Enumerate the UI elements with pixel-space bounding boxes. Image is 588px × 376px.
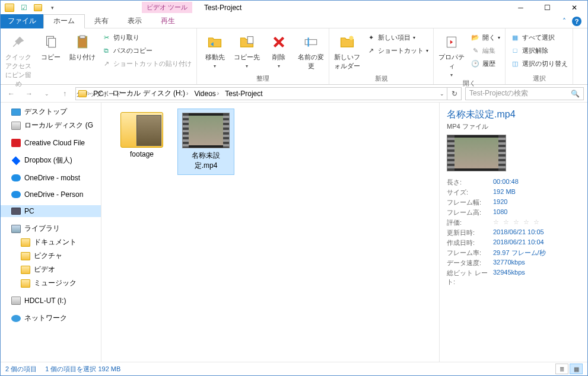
copy-label: コピー [41,53,61,62]
details-key: サイズ: [447,188,493,197]
paste-button[interactable]: 貼り付け [67,31,98,62]
search-input[interactable]: Test-Projectの検索 🔍 [465,87,584,100]
pin-icon [9,33,27,51]
new-item-button[interactable]: ✦新しい項目 ▾ [364,31,431,44]
rename-button[interactable]: 名前の変更 [295,31,326,71]
details-row[interactable]: 総ビット レート:32945kbps [447,268,580,287]
details-value: 2018/06/21 10:05 [493,228,544,237]
new-item-icon: ✦ [366,33,376,42]
collapse-ribbon-icon[interactable]: ˄ [562,17,566,26]
nav-hdcl[interactable]: HDCL-UT (I:) [1,295,101,307]
details-value: 2018/06/21 10:04 [493,238,544,247]
tab-play[interactable]: 再生 [151,14,185,28]
details-row[interactable]: 長さ:00:00:48 [447,177,580,187]
view-large-icons-button[interactable]: ▦ [570,364,583,374]
copy-button[interactable]: コピー [35,31,66,62]
properties-icon [443,33,460,51]
nav-library[interactable]: ライブラリ [1,222,101,235]
file-list[interactable]: footage 名称未設定.mp4 [101,103,439,362]
edit-icon: ✎ [471,46,480,55]
invert-selection-button[interactable]: ◫選択の切り替え [508,57,570,70]
details-row[interactable]: 更新日時:2018/06/21 10:05 [447,228,580,238]
search-placeholder: Test-Projectの検索 [469,88,528,98]
details-value: 29.97 フレーム/秒 [493,248,546,257]
details-row[interactable]: フレーム率:29.97 フレーム/秒 [447,248,580,258]
move-to-button[interactable]: 移動先▾ [199,31,230,69]
close-button[interactable]: ✕ [561,1,587,14]
breadcrumb-seg-current[interactable]: Test-Project [223,90,265,98]
details-row[interactable]: データ速度:32770kbps [447,258,580,268]
pin-to-quick-access-button[interactable]: クイック アクセスにピン留め [3,31,34,88]
app-icon[interactable] [3,2,16,14]
tab-share[interactable]: 共有 [85,14,118,28]
nav-onedrive-1[interactable]: OneDrive - mobst [1,172,101,184]
minimize-button[interactable]: ─ [507,1,534,14]
open-button[interactable]: 📂開く ▾ [468,31,503,44]
tab-home[interactable]: ホーム [43,14,85,28]
select-all-button[interactable]: ▦すべて選択 [508,31,570,44]
nav-pictures[interactable]: ピクチャ [1,249,101,263]
details-row[interactable]: 作成日時:2018/06/21 10:04 [447,238,580,248]
breadcrumb-seg-drive[interactable]: ローカル ディスク (H:)› [110,88,190,98]
nav-creative-cloud[interactable]: Creative Cloud File [1,137,101,149]
dropbox-icon [12,156,21,165]
shortcut-new-icon: ↗ [366,46,376,55]
tab-view[interactable]: 表示 [118,14,151,28]
copy-path-button[interactable]: ⧉パスのコピー [99,44,194,57]
file-label: footage [130,150,154,158]
refresh-button[interactable]: ↻ [447,87,462,100]
copy-to-button[interactable]: コピー先▾ [231,31,262,69]
details-row[interactable]: フレーム高:1080 [447,208,580,218]
edit-button[interactable]: ✎編集 [468,44,503,57]
delete-button[interactable]: 削除▾ [263,31,294,69]
nav-network[interactable]: ネットワーク [1,311,101,325]
up-button[interactable]: ↑ [58,87,72,101]
video-thumbnail [182,113,230,148]
qat-properties-icon[interactable]: ☑ [17,2,30,14]
help-icon[interactable]: ? [572,17,581,26]
nav-videos[interactable]: ビデオ [1,263,101,276]
nav-documents[interactable]: ドキュメント [1,235,101,249]
recent-dropdown[interactable]: ⌄ [40,87,54,101]
new-folder-button[interactable]: 新しいフォルダー [332,31,363,71]
details-key: 評価: [447,218,493,227]
search-icon: 🔍 [571,90,580,98]
details-filename: 名称未設定.mp4 [447,109,580,121]
forward-button[interactable]: → [22,87,36,101]
maximize-button[interactable]: ☐ [534,1,561,14]
breadcrumb-dropdown-icon[interactable]: ⌄ [440,91,444,97]
details-key: データ速度: [447,259,493,267]
nav-pc[interactable]: PC [1,205,101,217]
tab-file[interactable]: ファイル [1,14,43,28]
window-title: Test-Project [204,4,241,12]
breadcrumb-seg-videos[interactable]: Videos› [192,90,221,98]
group-open: プロパティ▾ 📂開く ▾ ✎編集 🕑履歴 開く [434,28,506,84]
breadcrumb[interactable]: › PC› ローカル ディスク (H:)› Videos› Test-Proje… [75,87,447,100]
cut-button[interactable]: ✂切り取り [99,31,194,44]
qat-new-folder-icon[interactable] [31,2,45,14]
drive-icon [11,297,21,305]
nav-onedrive-2[interactable]: OneDrive - Person [1,189,101,200]
file-item-video[interactable]: 名称未設定.mp4 [177,109,234,175]
folder-item-footage[interactable]: footage [113,109,170,162]
details-row[interactable]: サイズ:192 MB [447,187,580,197]
details-row[interactable]: フレーム幅:1920 [447,197,580,208]
nav-desktop[interactable]: デスクトップ [1,105,101,119]
navigation-pane[interactable]: デスクトップ ローカル ディスク (G Creative Cloud File … [1,103,101,362]
nav-dropbox[interactable]: Dropbox (個人) [1,154,101,167]
select-none-button[interactable]: □選択解除 [508,44,570,57]
new-shortcut-button[interactable]: ↗ショートカット ▾ [364,44,431,57]
chevron-icon[interactable]: › [88,90,90,97]
qat-dropdown-icon[interactable]: ▾ [46,2,59,14]
group-label-select: 選択 [508,73,570,84]
nav-local-disk-g[interactable]: ローカル ディスク (G [1,119,101,132]
view-details-button[interactable]: ≣ [555,364,568,374]
breadcrumb-seg-pc[interactable]: PC› [91,90,109,98]
back-button[interactable]: ← [4,87,18,101]
history-button[interactable]: 🕑履歴 [468,57,503,70]
paste-shortcut-button[interactable]: ↗ショートカットの貼り付け [99,57,194,70]
properties-button[interactable]: プロパティ▾ [436,31,467,78]
creative-cloud-icon [11,139,21,147]
details-row[interactable]: 評価:☆ ☆ ☆ ☆ ☆ [447,218,580,228]
nav-music[interactable]: ミュージック [1,276,101,290]
